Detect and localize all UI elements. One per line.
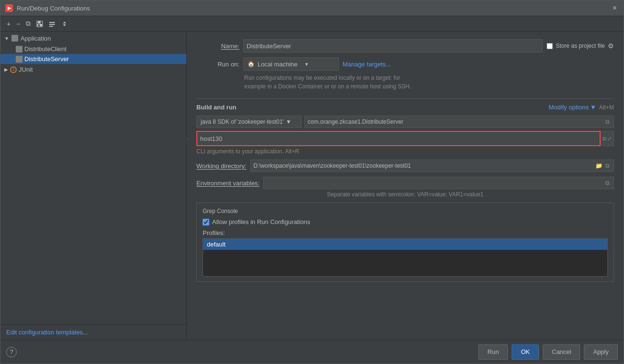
env-vars-input[interactable]: ⧉ bbox=[263, 177, 614, 189]
help-button[interactable]: ? bbox=[6, 347, 17, 357]
main-content: ▼ Application DistributeClient Distribut… bbox=[0, 32, 624, 340]
java-sdk-label: java 8 SDK of 'zookeeper-test01' bbox=[201, 118, 284, 125]
working-dir-label: Working directory: bbox=[196, 162, 247, 170]
profiles-list: default bbox=[203, 238, 608, 277]
allow-profiles-row: Allow profiles in Run Configurations bbox=[203, 218, 608, 225]
store-checkbox-row: Store as project file ⚙ bbox=[547, 42, 614, 50]
right-panel-wrapper: Name: Store as project file ⚙ Run on: 🏠 … bbox=[187, 32, 624, 340]
svg-marker-8 bbox=[187, 135, 188, 140]
copy-class-icon[interactable]: ⧉ bbox=[604, 118, 611, 125]
add-button[interactable]: + bbox=[4, 19, 13, 29]
store-as-project-checkbox[interactable] bbox=[547, 43, 553, 49]
env-vars-label: Environment variables: bbox=[196, 180, 259, 187]
red-arrow bbox=[187, 131, 196, 160]
folder-icon[interactable]: 📁 bbox=[594, 162, 603, 169]
copy-working-dir-icon[interactable]: ⧉ bbox=[604, 162, 611, 169]
allow-profiles-label: Allow profiles in Run Configurations bbox=[212, 218, 310, 225]
store-label: Store as project file bbox=[556, 43, 605, 49]
grep-console-title: Grep Console bbox=[203, 208, 608, 214]
sidebar-footer: Edit configuration templates... bbox=[0, 324, 186, 340]
manage-targets-link[interactable]: Manage targets... bbox=[343, 61, 391, 68]
local-machine-label: Local machine bbox=[258, 61, 298, 68]
copy-args-icon[interactable]: ⧉ bbox=[602, 136, 606, 142]
svg-rect-5 bbox=[49, 24, 55, 25]
sidebar-group-application-label: Application bbox=[21, 35, 51, 42]
sidebar-group-junit-label: JUnit bbox=[19, 66, 33, 73]
env-vars-hint: Separate variables with semicolon: VAR=v… bbox=[196, 191, 614, 198]
apply-button[interactable]: Apply bbox=[584, 344, 618, 360]
copy-env-vars-icon[interactable]: ⧉ bbox=[604, 180, 611, 186]
right-panel: Name: Store as project file ⚙ Run on: 🏠 … bbox=[187, 32, 624, 340]
java-sdk-dropdown-icon: ▼ bbox=[286, 118, 291, 125]
profile-item-default[interactable]: default bbox=[203, 239, 607, 250]
svg-rect-6 bbox=[49, 26, 53, 27]
grep-console-box: Grep Console Allow profiles in Run Confi… bbox=[196, 203, 614, 282]
program-args-input[interactable] bbox=[196, 131, 601, 146]
dropdown-arrow-icon: ▼ bbox=[304, 62, 309, 67]
allow-profiles-checkbox[interactable] bbox=[203, 219, 209, 225]
section-divider bbox=[196, 98, 614, 99]
ok-button[interactable]: OK bbox=[512, 344, 539, 360]
cancel-button[interactable]: Cancel bbox=[543, 344, 580, 360]
junit-icon: J bbox=[10, 66, 17, 73]
name-row: Name: Store as project file ⚙ bbox=[196, 39, 614, 53]
application-group-icon bbox=[11, 34, 19, 42]
working-dir-input[interactable]: D:\workspace\java\maven\zookeeper-test01… bbox=[250, 160, 614, 172]
svg-rect-1 bbox=[38, 21, 41, 23]
expand-icons: ⧉ ⤢ bbox=[601, 131, 614, 146]
run-on-row: Run on: 🏠 Local machine ▼ Manage targets… bbox=[196, 57, 614, 71]
sidebar-item-distributeclient-label: DistributeClient bbox=[24, 45, 66, 53]
modify-options-shortcut: Alt+M bbox=[599, 104, 614, 111]
name-input[interactable] bbox=[243, 39, 543, 53]
close-button[interactable]: × bbox=[611, 3, 619, 13]
sidebar-item-distributeserver-label: DistributeServer bbox=[24, 55, 69, 63]
profiles-label: Profiles: bbox=[203, 229, 608, 236]
gear-icon[interactable]: ⚙ bbox=[608, 42, 614, 50]
save-button[interactable] bbox=[34, 19, 45, 29]
move-button[interactable] bbox=[46, 19, 58, 29]
sidebar-group-junit[interactable]: ▶ J JUnit bbox=[0, 64, 186, 75]
env-vars-row: Environment variables: ⧉ bbox=[196, 177, 614, 189]
class-input[interactable]: com.orange.zkcase1.DistributeServer ⧉ bbox=[304, 116, 614, 128]
svg-rect-3 bbox=[38, 24, 40, 26]
build-run-header: Build and run Modify options ▼ Alt+M bbox=[196, 104, 614, 111]
expand-args-icon[interactable]: ⤢ bbox=[607, 136, 612, 142]
run-button[interactable]: Run bbox=[478, 344, 508, 360]
bottom-bar: ? Run OK Cancel Apply bbox=[0, 340, 624, 364]
bottom-buttons: Run OK Cancel Apply bbox=[478, 344, 618, 360]
working-dir-value: D:\workspace\java\maven\zookeeper-test01… bbox=[254, 162, 411, 169]
title-bar: ▶ Run/Debug Configurations × bbox=[0, 0, 624, 16]
toolbar: + − ⧉ bbox=[0, 16, 624, 32]
sidebar: ▼ Application DistributeClient Distribut… bbox=[0, 32, 187, 340]
run-debug-dialog: ▶ Run/Debug Configurations × + − ⧉ bbox=[0, 0, 624, 364]
build-run-title: Build and run bbox=[196, 104, 237, 111]
chevron-down-icon: ▼ bbox=[4, 36, 9, 41]
distribute-server-icon bbox=[16, 56, 22, 63]
program-args-container: ⧉ ⤢ bbox=[196, 131, 614, 148]
working-dir-row: Working directory: D:\workspace\java\mav… bbox=[196, 160, 614, 172]
chevron-right-icon: ▶ bbox=[4, 67, 8, 72]
sidebar-item-distributeserver[interactable]: DistributeServer bbox=[0, 54, 186, 64]
run-on-label: Run on: bbox=[196, 61, 239, 68]
cli-hint: CLI arguments to your application. Alt+R bbox=[196, 148, 614, 155]
class-value: com.orange.zkcase1.DistributeServer bbox=[308, 118, 403, 125]
copy-config-button[interactable]: ⧉ bbox=[23, 18, 33, 29]
app-icon: ▶ bbox=[5, 4, 13, 12]
name-label: Name: bbox=[196, 43, 239, 50]
modify-options-button[interactable]: Modify options ▼ bbox=[549, 104, 596, 111]
sidebar-group-application[interactable]: ▼ Application bbox=[0, 32, 186, 44]
run-on-description: Run configurations may be executed local… bbox=[244, 74, 614, 91]
sort-button[interactable] bbox=[59, 19, 70, 29]
build-run-sdk-row: java 8 SDK of 'zookeeper-test01' ▼ com.o… bbox=[196, 116, 614, 128]
svg-rect-4 bbox=[49, 22, 55, 23]
title-bar-text: Run/Debug Configurations bbox=[17, 5, 607, 12]
local-machine-select[interactable]: 🏠 Local machine ▼ bbox=[243, 57, 339, 71]
home-icon: 🏠 bbox=[247, 61, 255, 67]
program-args-row: ⧉ ⤢ bbox=[196, 131, 614, 146]
java-sdk-select[interactable]: java 8 SDK of 'zookeeper-test01' ▼ bbox=[196, 116, 301, 128]
distribute-client-icon bbox=[16, 46, 22, 53]
edit-templates-link[interactable]: Edit configuration templates... bbox=[6, 329, 88, 336]
sidebar-item-distributeclient[interactable]: DistributeClient bbox=[0, 44, 186, 54]
remove-button[interactable]: − bbox=[14, 19, 22, 29]
